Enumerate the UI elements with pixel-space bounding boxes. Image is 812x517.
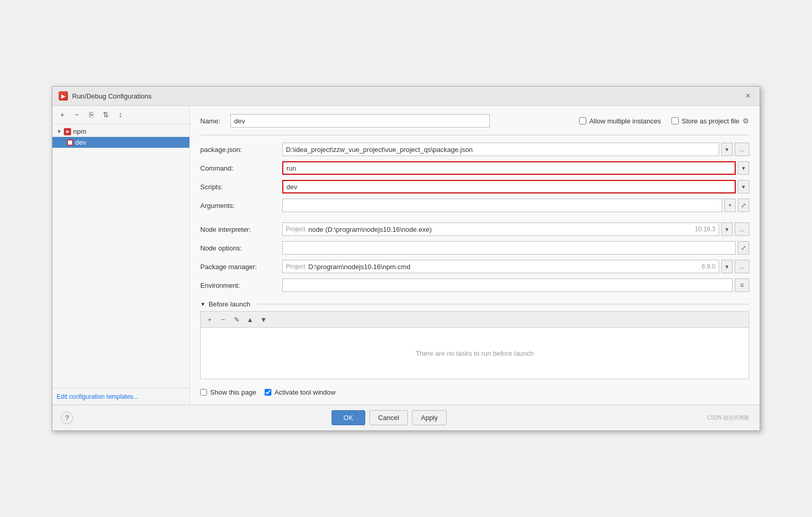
store-as-project-checkbox[interactable] xyxy=(671,117,679,124)
command-label: Command: xyxy=(200,164,278,172)
node-interpreter-prefix: Project xyxy=(286,226,305,233)
environment-label: Environment: xyxy=(200,282,278,289)
package-json-browse[interactable]: ... xyxy=(735,143,749,156)
command-dropdown[interactable]: ▼ xyxy=(738,161,749,175)
bl-up-button[interactable]: ▲ xyxy=(244,314,256,325)
dialog-body: + − ⎘ ⇅ ↕ ▼ ▶ npm dev Edit configuration… xyxy=(52,106,760,404)
node-interpreter-dropdown[interactable]: ▼ xyxy=(721,222,733,236)
title-bar: ▶ Run/Debug Configurations × xyxy=(52,87,760,106)
sidebar: + − ⎘ ⇅ ↕ ▼ ▶ npm dev Edit configuration… xyxy=(52,106,190,404)
header-checkboxes: Allow multiple instances Store as projec… xyxy=(579,117,749,125)
allow-multiple-item: Allow multiple instances xyxy=(579,117,661,125)
package-manager-row: Project D:\program\nodejs10.16\npm.cmd 6… xyxy=(282,260,749,273)
dialog-footer: ? OK Cancel Apply CSDN @吉冈秀隆 xyxy=(52,404,760,430)
before-launch-empty-text: There are no tasks to run before launch xyxy=(416,350,534,357)
help-button[interactable]: ? xyxy=(61,412,73,424)
copy-config-button[interactable]: ⎘ xyxy=(86,109,97,120)
tree-group-label: npm xyxy=(73,128,86,135)
allow-multiple-checkbox[interactable] xyxy=(579,117,586,124)
allow-multiple-label: Allow multiple instances xyxy=(589,117,661,125)
title-bar-left: ▶ Run/Debug Configurations xyxy=(59,91,152,101)
bl-remove-button[interactable]: − xyxy=(217,314,229,325)
before-launch-chevron[interactable]: ▼ xyxy=(200,301,205,307)
arguments-row: + ⤢ xyxy=(282,199,749,212)
header-row: Name: Allow multiple instances Store as … xyxy=(200,114,749,128)
apply-button[interactable]: Apply xyxy=(412,410,447,425)
run-debug-dialog: ▶ Run/Debug Configurations × + − ⎘ ⇅ ↕ ▼… xyxy=(52,86,760,431)
activate-tool-item: Activate tool window xyxy=(265,388,336,396)
before-launch-toolbar: + − ✎ ▲ ▼ xyxy=(200,311,749,327)
store-as-project-item: Store as project file ⚙ xyxy=(671,117,749,125)
remove-config-button[interactable]: − xyxy=(71,109,82,120)
activate-tool-checkbox[interactable] xyxy=(265,389,271,396)
show-page-checkbox[interactable] xyxy=(200,389,207,396)
show-page-label: Show this page xyxy=(210,388,256,396)
node-interpreter-label: Node interpreter: xyxy=(200,226,278,233)
package-json-dropdown[interactable]: ▼ xyxy=(721,143,733,156)
node-interpreter-row: Project node (D:\program\nodejs10.16\nod… xyxy=(282,222,749,236)
store-as-project-label: Store as project file xyxy=(682,117,739,125)
package-manager-value: D:\program\nodejs10.16\npm.cmd xyxy=(308,263,701,271)
node-options-row: ⤢ xyxy=(282,241,749,255)
gear-icon[interactable]: ⚙ xyxy=(742,117,749,125)
activate-tool-label: Activate tool window xyxy=(274,388,336,396)
name-input[interactable] xyxy=(230,114,490,128)
package-manager-dropdown[interactable]: ▼ xyxy=(721,260,733,273)
before-launch-empty-area: There are no tasks to run before launch xyxy=(200,327,749,379)
node-interpreter-browse[interactable]: ... xyxy=(735,222,749,236)
show-page-item: Show this page xyxy=(200,388,256,396)
close-button[interactable]: × xyxy=(743,91,753,101)
footer-right: OK Cancel Apply xyxy=(332,410,447,425)
tree-child-label: dev xyxy=(75,138,86,146)
before-launch-label: Before launch xyxy=(209,300,250,308)
tree-group-npm[interactable]: ▼ ▶ npm xyxy=(52,126,189,137)
dialog-title: Run/Debug Configurations xyxy=(72,92,152,100)
bl-edit-button[interactable]: ✎ xyxy=(231,314,242,325)
app-icon: ▶ xyxy=(59,91,68,101)
scripts-dropdown[interactable]: ▼ xyxy=(738,180,749,193)
package-manager-browse[interactable]: ... xyxy=(735,260,749,273)
environment-browse[interactable]: ≡ xyxy=(735,278,749,292)
package-manager-version: 6.9.0 xyxy=(701,263,715,270)
sidebar-toolbar: + − ⎘ ⇅ ↕ xyxy=(52,106,189,124)
sidebar-footer: Edit configuration templates... xyxy=(52,388,189,404)
scripts-label: Scripts: xyxy=(200,183,278,191)
command-input[interactable] xyxy=(282,161,736,175)
environment-input[interactable] xyxy=(282,278,733,292)
edit-templates-link[interactable]: Edit configuration templates... xyxy=(57,393,139,400)
ok-button[interactable]: OK xyxy=(332,410,365,425)
add-config-button[interactable]: + xyxy=(57,109,68,120)
arguments-expand[interactable]: ⤢ xyxy=(738,199,749,212)
tree-chevron-npm: ▼ xyxy=(57,129,62,134)
package-json-label: package.json: xyxy=(200,146,278,153)
node-interpreter-value: node (D:\program\nodejs10.16\node.exe) xyxy=(308,226,695,233)
watermark: CSDN @吉冈秀隆 xyxy=(705,413,751,423)
package-manager-prefix: Project xyxy=(286,263,305,270)
node-options-label: Node options: xyxy=(200,244,278,252)
sort-config-button[interactable]: ↕ xyxy=(115,109,126,120)
tree-item-dev[interactable]: dev xyxy=(52,137,189,148)
package-json-row: ▼ ... xyxy=(282,143,749,156)
before-launch-section: ▼ Before launch + − ✎ ▲ ▼ There are no t… xyxy=(200,300,749,379)
node-options-input[interactable] xyxy=(282,241,736,255)
config-tree: ▼ ▶ npm dev xyxy=(52,124,189,388)
before-launch-header: ▼ Before launch xyxy=(200,300,749,308)
form-grid: package.json: ▼ ... Command: ▼ Scripts: … xyxy=(200,143,749,292)
bl-add-button[interactable]: + xyxy=(204,314,215,325)
arguments-add[interactable]: + xyxy=(724,199,736,212)
main-content: Name: Allow multiple instances Store as … xyxy=(190,106,760,404)
bl-down-button[interactable]: ▼ xyxy=(258,314,269,325)
arguments-label: Arguments: xyxy=(200,202,278,209)
scripts-input[interactable] xyxy=(282,180,736,193)
environment-row: ≡ xyxy=(282,278,749,292)
move-config-button[interactable]: ⇅ xyxy=(100,109,112,120)
node-options-expand[interactable]: ⤢ xyxy=(738,241,749,255)
package-json-input[interactable] xyxy=(282,143,719,156)
arguments-input[interactable] xyxy=(282,199,722,212)
footer-left: ? xyxy=(61,412,73,424)
separator-1 xyxy=(200,135,749,135)
name-label: Name: xyxy=(200,117,220,125)
bottom-section: Show this page Activate tool window xyxy=(200,388,749,396)
cancel-button[interactable]: Cancel xyxy=(369,410,408,425)
node-version: 10.16.3 xyxy=(695,226,715,233)
